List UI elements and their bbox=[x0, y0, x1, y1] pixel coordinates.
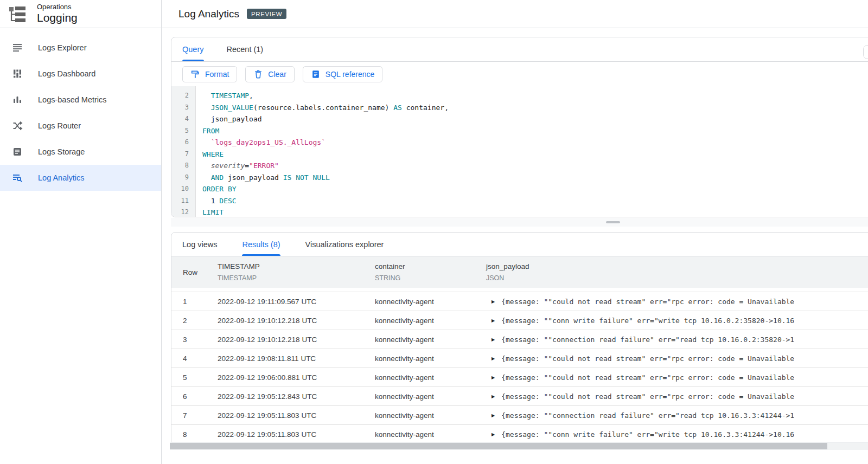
json-payload-text: {message: ""could not read stream" err="… bbox=[501, 373, 794, 382]
sidebar-item-label: Logs Dashboard bbox=[38, 69, 95, 78]
tab-log-views[interactable]: Log views bbox=[182, 233, 217, 256]
cell-timestamp: 2022-09-12 19:06:00.881 UTC bbox=[218, 373, 375, 382]
logs-storage-icon bbox=[12, 146, 23, 157]
expand-row-icon[interactable]: ▶ bbox=[492, 413, 495, 418]
cell-json-payload: ▶{message: ""could not read stream" err=… bbox=[486, 373, 868, 382]
cell-row-number: 3 bbox=[171, 336, 218, 344]
expand-row-icon[interactable]: ▶ bbox=[492, 394, 495, 399]
cell-timestamp: 2022-09-12 19:08:11.811 UTC bbox=[218, 355, 375, 363]
expand-row-icon[interactable]: ▶ bbox=[492, 318, 495, 323]
query-panel: QueryRecent (1) FormatClearSQL reference… bbox=[171, 37, 868, 217]
app-title: Operations Logging bbox=[37, 3, 78, 24]
cell-row-number: 1 bbox=[171, 298, 218, 306]
json-payload-text: {message: ""could not read stream" err="… bbox=[501, 355, 794, 363]
code-text: AND json_payload IS NOT NULL bbox=[195, 172, 330, 184]
results-panel: Log viewsResults (8)Visualizations explo… bbox=[171, 232, 868, 442]
cell-container: konnectivity-agent bbox=[375, 355, 486, 363]
expand-row-icon[interactable]: ▶ bbox=[492, 432, 495, 437]
query-toolbar: FormatClearSQL reference bbox=[171, 62, 868, 86]
cell-json-payload: ▶{message: ""could not read stream" err=… bbox=[486, 355, 868, 363]
logs-dashboard-icon bbox=[12, 68, 23, 79]
expand-row-icon[interactable]: ▶ bbox=[492, 299, 495, 304]
app-logo-header: Operations Logging bbox=[0, 0, 161, 28]
panel-resize-strip bbox=[171, 218, 868, 227]
cell-timestamp: 2022-09-12 19:11:09.567 UTC bbox=[218, 298, 375, 306]
code-text: ORDER BY bbox=[195, 183, 237, 195]
column-header-container: container STRING bbox=[375, 256, 486, 288]
sidebar-item-logs-router[interactable]: Logs Router bbox=[0, 113, 161, 139]
json-payload-text: {message: ""connection read failure" err… bbox=[501, 336, 794, 344]
table-body: 12022-09-12 19:11:09.567 UTCkonnectivity… bbox=[171, 288, 868, 442]
product-name: Operations bbox=[37, 3, 78, 11]
code-line: 3 JSON_VALUE(resource.labels.container_n… bbox=[171, 102, 868, 114]
results-tabs: Log viewsResults (8)Visualizations explo… bbox=[171, 233, 868, 256]
cell-row-number: 4 bbox=[171, 355, 218, 363]
code-text: FROM bbox=[195, 125, 219, 137]
column-name: TIMESTAMP bbox=[218, 262, 375, 270]
table-header: Row TIMESTAMP TIMESTAMP container STRING… bbox=[171, 256, 868, 288]
button-label: Clear bbox=[268, 70, 286, 79]
table-row: 12022-09-12 19:11:09.567 UTCkonnectivity… bbox=[171, 292, 868, 311]
cell-row-number: 8 bbox=[171, 430, 218, 439]
tab-query[interactable]: Query bbox=[182, 37, 204, 61]
cell-timestamp: 2022-09-12 19:05:12.843 UTC bbox=[218, 392, 375, 401]
table-row: 22022-09-12 19:10:12.218 UTCkonnectivity… bbox=[171, 311, 868, 330]
column-name: Row bbox=[183, 268, 218, 276]
cell-container: konnectivity-agent bbox=[375, 317, 486, 325]
sidebar-item-log-analytics[interactable]: Log Analytics bbox=[0, 165, 161, 191]
logs-based-metrics-icon bbox=[12, 94, 23, 105]
line-number: 4 bbox=[171, 113, 195, 125]
cutoff-toolbar-button[interactable] bbox=[863, 45, 868, 59]
format-button[interactable]: Format bbox=[182, 66, 237, 82]
cell-json-payload: ▶{message: ""could not read stream" err=… bbox=[486, 392, 868, 401]
cell-timestamp: 2022-09-12 19:05:11.803 UTC bbox=[218, 411, 375, 420]
scrollbar-thumb[interactable] bbox=[170, 443, 827, 449]
clear-button[interactable]: Clear bbox=[245, 66, 294, 82]
resize-handle[interactable] bbox=[606, 221, 620, 223]
format-icon bbox=[190, 69, 200, 79]
cell-container: konnectivity-agent bbox=[375, 392, 486, 401]
sidebar-item-logs-storage[interactable]: Logs Storage bbox=[0, 139, 161, 165]
json-payload-text: {message: ""conn write failure" err="wri… bbox=[501, 430, 794, 439]
line-number: 12 bbox=[171, 207, 195, 217]
cell-row-number: 6 bbox=[171, 392, 218, 401]
table-row: 42022-09-12 19:08:11.811 UTCkonnectivity… bbox=[171, 349, 868, 368]
sidebar-item-logs-based-metrics[interactable]: Logs-based Metrics bbox=[0, 87, 161, 113]
cell-json-payload: ▶{message: ""could not read stream" err=… bbox=[486, 298, 868, 306]
sidebar-item-logs-explorer[interactable]: Logs Explorer bbox=[0, 35, 161, 61]
expand-row-icon[interactable]: ▶ bbox=[492, 375, 495, 380]
code-text: WHERE bbox=[195, 149, 224, 160]
expand-row-icon[interactable]: ▶ bbox=[492, 356, 495, 361]
page-header: Log Analytics PREVIEW bbox=[162, 0, 868, 28]
sql-editor[interactable]: 2 TIMESTAMP,3 JSON_VALUE(resource.labels… bbox=[171, 86, 868, 217]
horizontal-scrollbar[interactable] bbox=[170, 442, 868, 450]
json-payload-text: {message: ""conn write failure" err="wri… bbox=[501, 317, 794, 325]
sidebar: Operations Logging Logs ExplorerLogs Das… bbox=[0, 0, 162, 464]
code-line: 8 severity="ERROR" bbox=[171, 160, 868, 172]
column-type: TIMESTAMP bbox=[218, 274, 375, 282]
json-payload-text: {message: ""could not read stream" err="… bbox=[501, 392, 794, 401]
table-row: 52022-09-12 19:06:00.881 UTCkonnectivity… bbox=[171, 368, 868, 386]
clear-icon bbox=[253, 69, 263, 79]
tab-results-8[interactable]: Results (8) bbox=[242, 233, 280, 256]
code-text: json_payload bbox=[195, 113, 262, 125]
tab-recent-1[interactable]: Recent (1) bbox=[227, 37, 264, 61]
section-name: Logging bbox=[37, 11, 78, 24]
line-number: 9 bbox=[171, 172, 195, 184]
page-title: Log Analytics bbox=[178, 8, 239, 20]
code-text: TIMESTAMP, bbox=[195, 90, 253, 102]
logs-explorer-icon bbox=[12, 42, 23, 53]
sql-reference-button[interactable]: SQL reference bbox=[303, 66, 383, 82]
expand-row-icon[interactable]: ▶ bbox=[492, 337, 495, 342]
column-header-timestamp: TIMESTAMP TIMESTAMP bbox=[218, 256, 375, 288]
cell-json-payload: ▶{message: ""conn write failure" err="wr… bbox=[486, 317, 868, 325]
cell-json-payload: ▶{message: ""connection read failure" er… bbox=[486, 411, 868, 420]
code-text: `logs_day2ops1_US._AllLogs` bbox=[195, 137, 326, 149]
code-line: 12LIMIT bbox=[171, 207, 868, 217]
sidebar-item-logs-dashboard[interactable]: Logs Dashboard bbox=[0, 61, 161, 87]
code-line: 5FROM bbox=[171, 125, 868, 137]
tab-visualizations-explorer[interactable]: Visualizations explorer bbox=[305, 233, 384, 256]
cell-container: konnectivity-agent bbox=[375, 430, 486, 439]
cell-timestamp: 2022-09-12 19:10:12.218 UTC bbox=[218, 317, 375, 325]
app: Operations Logging Logs ExplorerLogs Das… bbox=[0, 0, 868, 464]
